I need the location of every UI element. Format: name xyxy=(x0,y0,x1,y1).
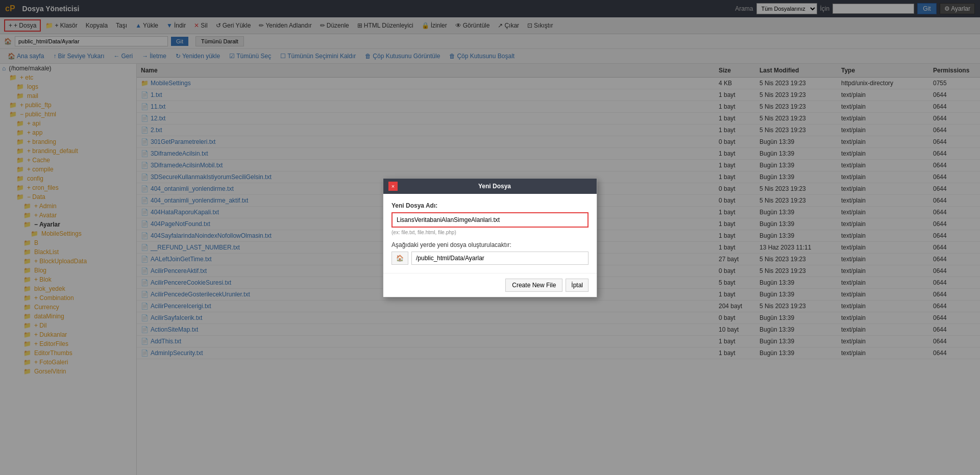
location-input[interactable] xyxy=(411,252,589,265)
location-home-icon: 🏠 xyxy=(391,252,408,265)
modal-overlay: × Yeni Dosya Yeni Dosya Adı: (ex: file.t… xyxy=(0,0,980,475)
filename-input[interactable] xyxy=(391,212,589,228)
location-row: 🏠 xyxy=(391,252,589,265)
new-file-modal: × Yeni Dosya Yeni Dosya Adı: (ex: file.t… xyxy=(383,178,597,297)
filename-hint: (ex: file.txt, file.html, file.php) xyxy=(391,230,589,235)
filename-label: Yeni Dosya Adı: xyxy=(391,202,589,209)
modal-close-button[interactable]: × xyxy=(388,182,398,191)
cancel-button[interactable]: İptal xyxy=(566,279,589,292)
modal-body: Yeni Dosya Adı: (ex: file.txt, file.html… xyxy=(383,194,597,273)
location-label: Aşağıdaki yerde yeni dosya oluşturulacak… xyxy=(391,241,589,248)
modal-footer: Create New File İptal xyxy=(383,273,597,297)
create-file-button[interactable]: Create New File xyxy=(505,279,562,292)
modal-header: × Yeni Dosya xyxy=(383,179,597,194)
modal-title: Yeni Dosya xyxy=(398,183,592,190)
